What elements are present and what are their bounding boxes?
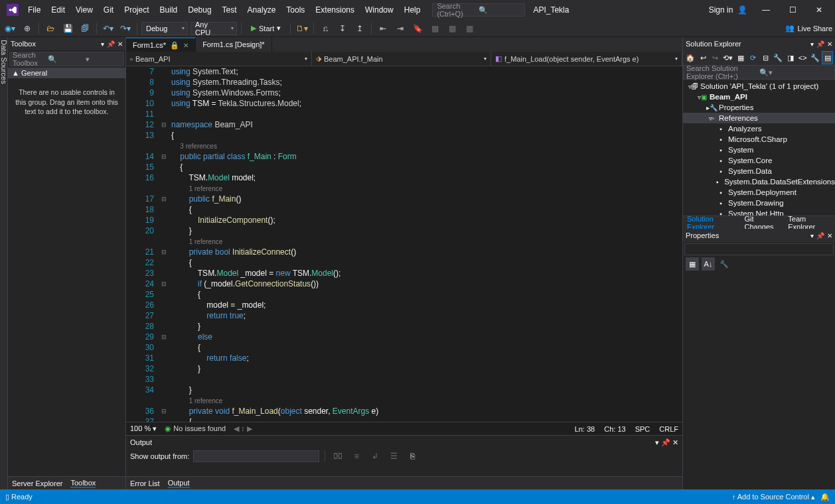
close-icon[interactable]: ✕ <box>827 232 832 239</box>
categorized-icon[interactable]: ▦ <box>686 257 699 271</box>
pane-dropdown-icon[interactable]: ▾ <box>655 438 659 447</box>
extra-icon[interactable]: ▦ <box>462 21 477 36</box>
tab-output[interactable]: Output <box>168 479 190 488</box>
wrap-icon[interactable]: ↲ <box>368 449 382 464</box>
start-debug-button[interactable]: ▶Start ▾ <box>246 22 286 35</box>
back-icon[interactable]: ↩ <box>698 52 708 64</box>
forward-button[interactable]: ⊕ <box>20 21 35 36</box>
pin-icon[interactable]: 📌 <box>661 438 670 447</box>
uncomment-icon[interactable]: ▦ <box>445 21 459 36</box>
tree-node[interactable]: ▪System.Core <box>683 155 835 166</box>
tree-node[interactable]: ▸🔧Properties <box>683 102 835 113</box>
close-icon[interactable]: ✕ <box>672 438 678 447</box>
pane-dropdown-icon[interactable]: ▾ <box>810 232 814 239</box>
doc-tab[interactable]: Form1.cs*🔒✕ <box>126 37 196 52</box>
forward-icon[interactable]: ↪ <box>710 52 720 64</box>
wrench-icon[interactable]: 🔧 <box>810 52 820 64</box>
pane-dropdown-icon[interactable]: ▾ <box>101 40 104 48</box>
sign-in-button[interactable]: Sign in 👤 <box>704 5 753 15</box>
tree-node[interactable]: ▪System.Data <box>683 166 835 176</box>
indent-mode[interactable]: SPC <box>635 425 650 433</box>
toggle-icon[interactable]: ≡ <box>349 449 364 464</box>
issues-indicator[interactable]: ◉ No issues found <box>165 424 226 433</box>
step-into-icon[interactable]: ↧ <box>335 21 350 36</box>
menu-debug[interactable]: Debug <box>183 1 216 19</box>
collapse-icon[interactable]: ⊟ <box>761 52 771 64</box>
refresh-icon[interactable]: ⟳ <box>748 52 758 64</box>
tab-git-changes[interactable]: Git Changes <box>744 215 781 231</box>
tree-node[interactable]: ▿🗐Solution 'API_Tekla' (1 of 1 project) <box>683 81 835 92</box>
new-item-button[interactable]: 🗋▾ <box>295 21 309 36</box>
live-share-button[interactable]: 👥 Live Share <box>785 24 832 32</box>
close-button[interactable]: ✕ <box>806 0 832 20</box>
eol-mode[interactable]: CRLF <box>659 425 678 433</box>
back-button[interactable]: ◉▾ <box>3 21 17 36</box>
list-icon[interactable]: ☰ <box>386 449 401 464</box>
tab-solution-explorer[interactable]: Solution Explorer <box>687 215 737 231</box>
doc-tab[interactable]: Form1.cs [Design]* <box>196 37 272 52</box>
nav-class[interactable]: ⬗Beam_API.f_Main <box>312 52 491 66</box>
tree-node[interactable]: ▿▫References <box>683 113 835 123</box>
properties-icon[interactable]: 🔧 <box>773 52 783 64</box>
pin-icon[interactable]: 📌 <box>816 40 824 48</box>
config-combo[interactable]: Debug <box>141 22 188 35</box>
clear-icon[interactable]: ⌧ <box>331 449 345 464</box>
solution-search-input[interactable]: Search Solution Explorer (Ctrl+;)🔍▾ <box>683 65 835 80</box>
comment-icon[interactable]: ▦ <box>427 21 442 36</box>
tab-team-explorer[interactable]: Team Explorer <box>788 215 831 231</box>
save-all-button[interactable]: 🗐 <box>78 21 92 36</box>
sync-icon[interactable]: ⟲▾ <box>723 52 733 64</box>
view-code-icon[interactable]: <> <box>798 52 808 64</box>
menu-window[interactable]: Window <box>360 1 399 19</box>
alphabetical-icon[interactable]: A↓ <box>702 257 715 271</box>
tree-node[interactable]: ▪System.Data.DataSetExtensions <box>683 176 835 187</box>
pane-dropdown-icon[interactable]: ▾ <box>810 40 814 48</box>
redo-button[interactable]: ↷▾ <box>118 21 133 36</box>
menu-test[interactable]: Test <box>217 1 242 19</box>
menu-help[interactable]: Help <box>399 1 426 19</box>
bookmark-icon[interactable]: 🔖 <box>410 21 425 36</box>
tree-node[interactable]: ▿▣Beam_API <box>683 92 835 102</box>
nav-project[interactable]: ▫Beam_API <box>126 52 312 66</box>
indent-less-icon[interactable]: ⇤ <box>376 21 390 36</box>
toolbox-group-general[interactable]: ▲ General <box>8 68 125 78</box>
undo-button[interactable]: ↶▾ <box>101 21 115 36</box>
save-button[interactable]: 💾 <box>60 21 75 36</box>
open-button[interactable]: 🗁 <box>43 21 58 36</box>
tree-node[interactable]: ▪Analyzers <box>683 123 835 134</box>
menu-edit[interactable]: Edit <box>46 1 70 19</box>
close-icon[interactable]: ✕ <box>117 40 123 48</box>
menu-project[interactable]: Project <box>119 1 154 19</box>
nav-method[interactable]: ◧f_Main_Load(object sender, EventArgs e) <box>491 52 682 66</box>
menu-tools[interactable]: Tools <box>281 1 310 19</box>
tree-node[interactable]: ▪System.Deployment <box>683 187 835 198</box>
class-view-icon[interactable]: ▤ <box>822 52 832 64</box>
notifications-icon[interactable]: 🔔 <box>820 493 830 501</box>
maximize-button[interactable]: ☐ <box>779 0 806 20</box>
menu-file[interactable]: File <box>23 1 46 19</box>
tree-node[interactable]: ▪System.Drawing <box>683 198 835 208</box>
menu-git[interactable]: Git <box>98 1 119 19</box>
pin-icon[interactable]: 📌 <box>816 232 824 239</box>
close-icon[interactable]: ✕ <box>827 40 832 48</box>
goto-icon[interactable]: ⎘ <box>405 449 419 464</box>
quick-search-input[interactable]: Search (Ctrl+Q) 🔍 <box>432 3 525 17</box>
solution-tree[interactable]: ▿🗐Solution 'API_Tekla' (1 of 1 project)▿… <box>683 80 835 216</box>
step-out-icon[interactable]: ↥ <box>352 21 367 36</box>
preview-icon[interactable]: ◨ <box>785 52 795 64</box>
toolbox-search-input[interactable]: Search Toolbox🔍▾ <box>9 52 124 66</box>
source-control-button[interactable]: ↑ Add to Source Control ▴ <box>732 493 815 501</box>
tab-server-explorer[interactable]: Server Explorer <box>12 479 62 487</box>
output-source-combo[interactable] <box>193 450 319 462</box>
close-tab-icon[interactable]: ✕ <box>183 42 189 49</box>
tab-error-list[interactable]: Error List <box>130 479 160 487</box>
tree-node[interactable]: ▪Microsoft.CSharp <box>683 134 835 145</box>
minimize-button[interactable]: — <box>753 0 779 20</box>
property-pages-icon[interactable]: 🔧 <box>718 257 731 271</box>
menu-analyze[interactable]: Analyze <box>242 1 281 19</box>
indent-more-icon[interactable]: ⇥ <box>393 21 408 36</box>
show-all-icon[interactable]: ▦ <box>735 52 745 64</box>
tree-node[interactable]: ▪System <box>683 145 835 155</box>
step-over-icon[interactable]: ⎌ <box>318 21 333 36</box>
data-sources-tab[interactable]: Data Sources <box>0 37 8 489</box>
